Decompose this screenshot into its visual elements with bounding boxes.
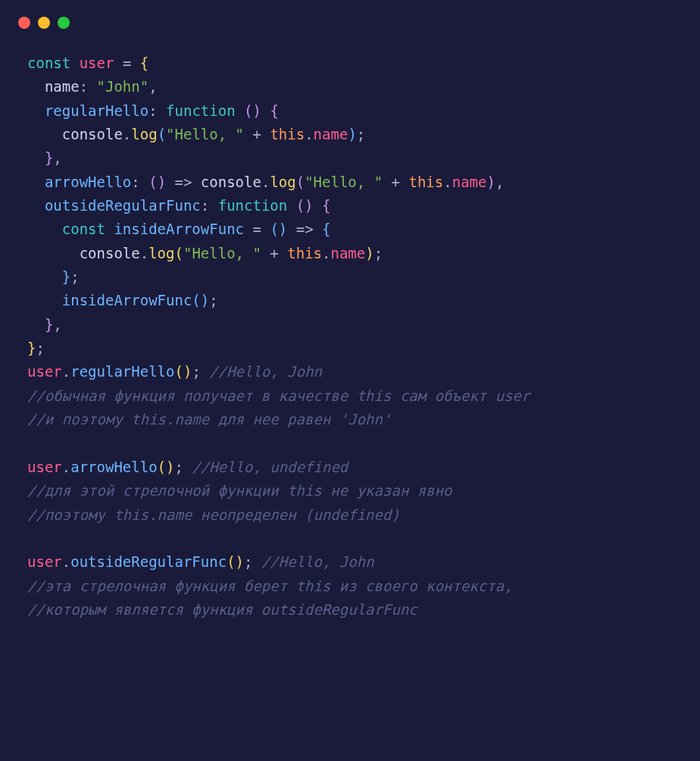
code-editor-area: const user = { name: "John", regularHell…	[0, 36, 700, 644]
code-token: ;	[70, 268, 79, 285]
code-token: :	[201, 197, 209, 214]
code-token: user	[27, 363, 62, 380]
code-token	[88, 78, 96, 95]
code-token: //Hello, undefined	[192, 459, 348, 475]
code-token	[236, 102, 244, 119]
code-token: {	[140, 55, 148, 71]
code-token	[131, 55, 139, 71]
code-token: )	[365, 245, 373, 261]
code-token	[244, 221, 252, 237]
code-token	[27, 292, 62, 308]
code-token: :	[131, 174, 139, 190]
code-token: //обычная функция получает в качестве th…	[27, 387, 530, 404]
code-line: regularHello: function () {	[27, 99, 673, 123]
code-token: name	[27, 78, 80, 95]
code-token: insideArrowFunc	[114, 221, 244, 237]
maximize-icon[interactable]	[58, 17, 70, 29]
code-line: user.regularHello(); //Hello, John	[27, 360, 673, 384]
code-token	[287, 221, 295, 237]
code-token: {	[322, 221, 330, 237]
code-token: :	[148, 102, 157, 119]
code-token	[27, 174, 45, 190]
code-token: ,	[495, 174, 504, 190]
code-line: const user = {	[27, 52, 673, 75]
code-token: )	[486, 174, 495, 190]
code-token: user	[80, 55, 114, 71]
code-token: function	[218, 197, 288, 214]
code-token: //эта стрелочная функция берет this из с…	[27, 578, 513, 594]
code-token: +	[270, 245, 278, 261]
code-token	[261, 221, 270, 237]
code-token: ()	[296, 197, 314, 214]
code-token	[383, 174, 391, 190]
code-token: console	[27, 126, 123, 142]
code-token	[261, 102, 270, 119]
code-line: user.arrowHello(); //Hello, undefined	[27, 456, 673, 479]
code-token: .	[140, 245, 148, 261]
code-token: name	[314, 126, 348, 142]
code-line: name: "John",	[27, 75, 673, 99]
code-token: }	[45, 149, 53, 166]
code-line: };	[27, 337, 673, 360]
code-token: log	[131, 126, 157, 142]
code-token	[27, 268, 62, 285]
code-token: (	[175, 245, 183, 261]
code-token	[244, 126, 252, 142]
code-token	[166, 174, 174, 190]
code-line: //которым является функция outsideRegula…	[27, 598, 673, 622]
code-line: console.log("Hello, " + this.name);	[27, 242, 673, 265]
code-token: console	[27, 245, 140, 261]
code-token: +	[252, 126, 261, 142]
close-icon[interactable]	[18, 17, 30, 29]
code-token: //поэтому this.name неопределен (undefin…	[27, 506, 400, 523]
code-token	[261, 126, 270, 142]
code-token	[201, 363, 209, 380]
code-line	[27, 527, 673, 550]
code-token: log	[270, 174, 295, 190]
code-token: arrowHello	[70, 459, 157, 475]
code-token: ;	[244, 553, 252, 570]
code-token: }	[27, 340, 36, 356]
code-token: }	[62, 268, 70, 285]
minimize-icon[interactable]	[38, 17, 50, 29]
code-token	[261, 245, 270, 261]
code-token	[27, 316, 45, 333]
code-token	[27, 197, 45, 214]
code-token: .	[305, 126, 313, 142]
code-token: name	[330, 245, 365, 261]
code-token: =>	[296, 221, 314, 237]
code-line: //и поэтому this.name для нее равен 'Joh…	[27, 408, 673, 431]
code-token: .	[322, 245, 330, 261]
code-line: arrowHello: () => console.log("Hello, " …	[27, 171, 673, 194]
code-token: function	[166, 102, 236, 119]
code-token: this	[270, 126, 305, 142]
code-token: (	[158, 126, 166, 142]
code-token: "Hello, "	[166, 126, 244, 142]
code-token: name	[452, 174, 487, 190]
code-token	[114, 55, 122, 71]
code-token: ;	[374, 245, 383, 261]
code-token	[27, 221, 62, 237]
code-token: ,	[53, 316, 61, 333]
code-token: "Hello, "	[183, 245, 261, 261]
code-line: console.log("Hello, " + this.name);	[27, 123, 673, 146]
code-token: ()	[270, 221, 287, 237]
code-token: console	[192, 174, 261, 190]
code-token: const	[62, 221, 105, 237]
code-line: },	[27, 313, 673, 337]
code-token: =	[252, 221, 261, 237]
code-token: const	[27, 55, 70, 71]
code-token: =	[123, 55, 131, 71]
code-token: regularHello	[70, 363, 174, 380]
code-token: //и поэтому this.name для нее равен 'Joh…	[27, 411, 391, 427]
code-token: ()	[148, 174, 166, 190]
code-line: //поэтому this.name неопределен (undefin…	[27, 503, 673, 527]
code-token: .	[123, 126, 131, 142]
code-token: }	[45, 316, 53, 333]
code-token: ()	[244, 102, 261, 119]
code-line: };	[27, 265, 673, 289]
code-token: .	[62, 459, 70, 475]
code-token	[400, 174, 408, 190]
code-token: arrowHello	[45, 174, 131, 190]
code-token: {	[322, 197, 330, 214]
